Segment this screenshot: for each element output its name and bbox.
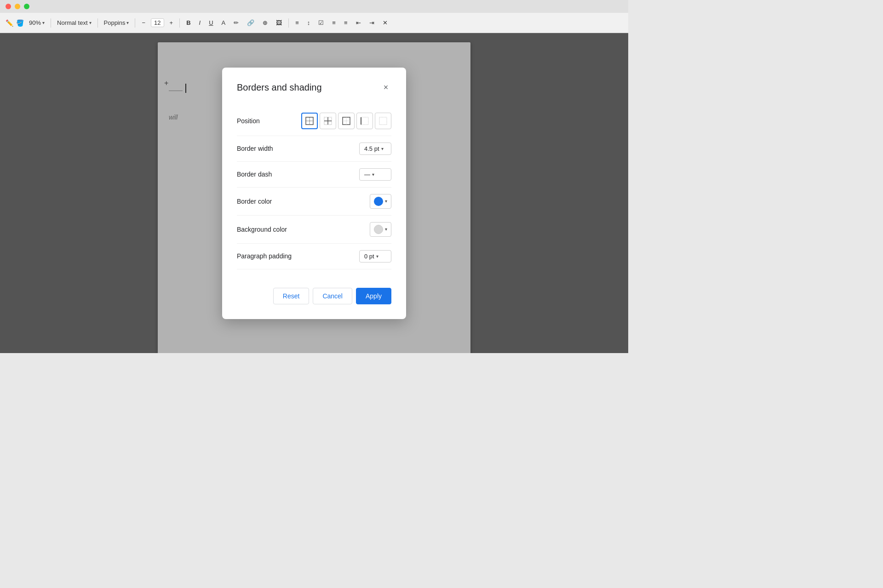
- svg-rect-9: [361, 117, 368, 125]
- decrease-font-button[interactable]: −: [139, 18, 148, 27]
- border-width-dropdown[interactable]: 4.5 pt ▾: [359, 143, 391, 155]
- separator: [51, 18, 51, 28]
- document-area: + will Borders and shading × Position: [0, 33, 628, 353]
- spacing-button[interactable]: ↕: [304, 18, 313, 27]
- left-border-button[interactable]: [356, 113, 373, 129]
- inner-borders-icon: [323, 116, 333, 126]
- text-style-selector[interactable]: Normal text ▾: [55, 18, 93, 28]
- dialog-title: Borders and shading: [237, 82, 322, 93]
- border-dash-value: —: [364, 171, 370, 178]
- separator: [288, 18, 289, 28]
- minimize-button[interactable]: [15, 4, 20, 9]
- bold-button[interactable]: B: [183, 18, 193, 27]
- border-color-swatch: [374, 197, 383, 206]
- separator: [135, 18, 135, 28]
- border-color-button[interactable]: ▾: [370, 194, 391, 209]
- border-dash-control: — ▾: [359, 168, 391, 181]
- dialog-header: Borders and shading ×: [237, 82, 391, 93]
- all-borders-icon: [305, 116, 314, 126]
- border-color-control: ▾: [370, 194, 391, 209]
- border-width-label: Border width: [237, 145, 273, 152]
- title-bar: [0, 0, 628, 13]
- border-width-chevron: ▾: [381, 146, 384, 151]
- paragraph-padding-value: 0 pt: [364, 253, 374, 260]
- font-value: Poppins: [104, 19, 126, 26]
- zoom-control[interactable]: 90% ▾: [27, 18, 47, 28]
- border-width-control: 4.5 pt ▾: [359, 143, 391, 155]
- font-chevron: ▾: [126, 20, 129, 25]
- style-chevron: ▾: [89, 20, 92, 25]
- dialog-close-button[interactable]: ×: [380, 82, 391, 93]
- apply-button[interactable]: Apply: [356, 288, 391, 304]
- svg-rect-11: [379, 117, 387, 125]
- maximize-button[interactable]: [24, 4, 29, 9]
- borders-shading-dialog: Borders and shading × Position: [222, 68, 406, 319]
- border-width-row: Border width 4.5 pt ▾: [237, 136, 391, 162]
- background-color-chevron: ▾: [385, 227, 387, 232]
- paragraph-padding-label: Paragraph padding: [237, 252, 292, 260]
- border-width-value: 4.5 pt: [364, 145, 379, 152]
- zoom-chevron: ▾: [42, 20, 45, 25]
- cancel-button[interactable]: Cancel: [313, 288, 352, 304]
- position-row: Position: [237, 106, 391, 136]
- bullets-button[interactable]: ≡: [329, 18, 338, 27]
- all-borders-button[interactable]: [301, 113, 318, 129]
- image-button[interactable]: 🖼: [273, 18, 285, 27]
- indent-less-button[interactable]: ⇤: [353, 18, 364, 27]
- no-borders-button[interactable]: [375, 113, 391, 129]
- paragraph-padding-dropdown[interactable]: 0 pt ▾: [359, 250, 391, 263]
- text-color-button[interactable]: A: [219, 18, 229, 27]
- underline-button[interactable]: U: [206, 18, 216, 27]
- modal-overlay: Borders and shading × Position: [0, 33, 628, 353]
- no-borders-icon: [378, 116, 388, 126]
- toolbar: ✏️ 🪣 90% ▾ Normal text ▾ Poppins ▾ − 12 …: [0, 13, 628, 33]
- increase-font-button[interactable]: +: [167, 18, 176, 27]
- zoom-value: 90%: [29, 19, 41, 26]
- reset-button[interactable]: Reset: [273, 288, 310, 304]
- indent-more-button[interactable]: ⇥: [367, 18, 377, 27]
- position-label: Position: [237, 117, 260, 125]
- link-button[interactable]: 🔗: [244, 18, 257, 27]
- italic-button[interactable]: I: [196, 18, 204, 27]
- separator: [97, 18, 98, 28]
- edit-icon: ✏️: [6, 19, 13, 27]
- highlight-button[interactable]: ✏: [231, 18, 241, 27]
- background-color-row: Background color ▾: [237, 216, 391, 244]
- border-dash-label: Border dash: [237, 171, 272, 178]
- position-buttons: [301, 113, 391, 129]
- border-dash-row: Border dash — ▾: [237, 162, 391, 188]
- font-selector[interactable]: Poppins ▾: [102, 18, 132, 28]
- background-color-control: ▾: [370, 222, 391, 237]
- inner-borders-button[interactable]: [320, 113, 336, 129]
- border-color-label: Border color: [237, 198, 272, 205]
- align-button[interactable]: ≡: [292, 18, 302, 27]
- dialog-footer: Reset Cancel Apply: [237, 280, 391, 304]
- background-color-button[interactable]: ▾: [370, 222, 391, 237]
- close-button[interactable]: [6, 4, 11, 9]
- checklist-button[interactable]: ☑: [315, 18, 327, 27]
- paragraph-padding-chevron: ▾: [376, 254, 378, 259]
- outer-borders-icon: [342, 116, 351, 126]
- separator: [179, 18, 180, 28]
- numbered-button[interactable]: ≡: [341, 18, 350, 27]
- background-color-swatch: [374, 225, 383, 234]
- border-color-chevron: ▾: [385, 199, 387, 204]
- outer-borders-button[interactable]: [338, 113, 355, 129]
- text-style-value: Normal text: [57, 19, 87, 26]
- paint-icon: 🪣: [16, 19, 24, 27]
- paragraph-padding-control: 0 pt ▾: [359, 250, 391, 263]
- left-border-icon: [360, 116, 369, 126]
- border-dash-dropdown[interactable]: — ▾: [359, 168, 391, 181]
- border-color-row: Border color ▾: [237, 188, 391, 216]
- paragraph-padding-row: Paragraph padding 0 pt ▾: [237, 244, 391, 269]
- font-size-box[interactable]: 12: [151, 18, 164, 27]
- insert-button[interactable]: ⊕: [260, 18, 270, 27]
- background-color-label: Background color: [237, 226, 287, 233]
- clear-format-button[interactable]: ✕: [380, 18, 390, 27]
- border-dash-chevron: ▾: [372, 172, 374, 177]
